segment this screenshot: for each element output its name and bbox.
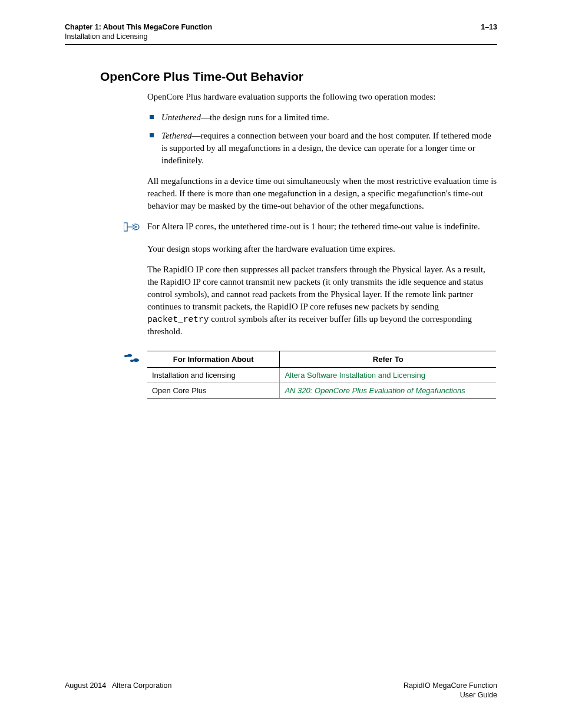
svg-rect-0 <box>124 223 127 231</box>
svg-point-2 <box>127 354 132 357</box>
body-paragraph: The RapidIO IP core then suppresses all … <box>147 263 497 338</box>
table-header: For Information About <box>147 351 280 367</box>
code-text: packet_retry <box>147 315 209 324</box>
mode-list: Untethered—the design runs for a limited… <box>147 111 497 167</box>
reference-link[interactable]: AN 320: OpenCore Plus Evaluation of Mega… <box>285 386 465 395</box>
footer-corp: Altera Corporation <box>112 681 171 690</box>
footer-doc-title: RapidIO MegaCore Function <box>404 681 497 690</box>
list-item: Tethered—requires a connection between y… <box>147 130 497 167</box>
header-rule <box>65 44 497 45</box>
intro-paragraph: OpenCore Plus hardware evaluation suppor… <box>147 91 497 103</box>
page-header: Chapter 1: About This MegaCore Function … <box>65 22 497 42</box>
list-term: Untethered <box>161 113 201 122</box>
section-heading: OpenCore Plus Time-Out Behavior <box>100 70 497 84</box>
reference-link[interactable]: Altera Software Installation and Licensi… <box>285 371 425 380</box>
reference-table: For Information About Refer To Installat… <box>147 351 496 398</box>
footsteps-icon <box>100 351 147 366</box>
list-term: Tethered <box>161 131 191 140</box>
page-number: 1–13 <box>481 22 497 32</box>
list-text: —requires a connection between your boar… <box>161 131 491 165</box>
table-header: Refer To <box>280 351 496 367</box>
svg-point-4 <box>133 358 139 362</box>
footer-doc-subtitle: User Guide <box>404 690 497 700</box>
note-hand-icon <box>100 220 147 235</box>
footer-date: August 2014 <box>65 681 106 690</box>
table-row: Installation and licensing Altera Softwa… <box>147 367 496 383</box>
body-paragraph: Your design stops working after the hard… <box>147 243 497 255</box>
text-run: The RapidIO IP core then suppresses all … <box>147 265 485 311</box>
list-item: Untethered—the design runs for a limited… <box>147 111 497 124</box>
table-cell: Installation and licensing <box>147 367 280 383</box>
table-row: Open Core Plus AN 320: OpenCore Plus Eva… <box>147 383 496 398</box>
list-text: —the design runs for a limited time. <box>201 113 329 122</box>
table-cell: Open Core Plus <box>147 383 280 398</box>
chapter-title: Chapter 1: About This MegaCore Function <box>65 22 212 32</box>
page-footer: August 2014 Altera Corporation RapidIO M… <box>65 681 497 700</box>
chapter-subtitle: Installation and Licensing <box>65 32 212 41</box>
note-text: For Altera IP cores, the untethered time… <box>147 220 497 233</box>
body-paragraph: All megafunctions in a device time out s… <box>147 175 497 212</box>
